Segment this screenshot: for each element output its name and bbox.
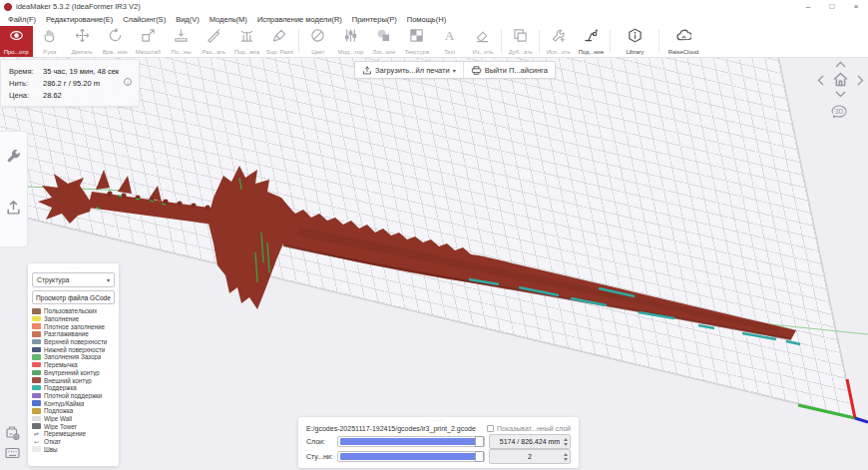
boolean-icon (376, 28, 391, 47)
toolbar-preview-button[interactable]: Про...отр (0, 26, 33, 57)
menu-item[interactable]: Редактирование(E) (41, 13, 118, 26)
nav-left-icon[interactable] (817, 74, 824, 87)
svg-text:A: A (445, 28, 455, 43)
print-info-panel: Время:35 час, 19 мин, 48 сек Нить:286.2 … (0, 59, 140, 107)
sword-model (38, 166, 800, 344)
home-icon[interactable] (831, 70, 850, 89)
panel-drag-handle[interactable]: ····· (32, 265, 115, 270)
app-icon (4, 3, 12, 11)
rotate-3d-icon[interactable]: 3D (828, 101, 850, 121)
slider-handle[interactable] (475, 451, 484, 462)
upload-print-file-button[interactable]: Загрузить...йл печати ▾ (355, 62, 463, 78)
library-icon (628, 28, 643, 47)
steps-slider[interactable] (337, 451, 485, 462)
slider-handle[interactable] (475, 436, 484, 447)
svg-text:3D: 3D (835, 108, 844, 115)
legend-item-label: Wipe Wall (44, 415, 72, 422)
menu-item[interactable]: Файл(F) (3, 13, 41, 26)
maximize-button[interactable]: □ (820, 0, 844, 13)
exit-slicing-preview-button[interactable]: Выйти П...айсинга (464, 62, 555, 78)
color-icon (310, 28, 325, 47)
toolbar-library-button[interactable]: Library (613, 26, 656, 57)
toolbar-item-label: Под...ние (579, 48, 605, 55)
keyboard-icon[interactable] (4, 446, 21, 460)
legend-item: Контур/Кайма (32, 399, 115, 407)
legend-item: Внешний контур (32, 376, 115, 384)
legend-item-label: Поддержка (44, 384, 77, 391)
nav-right-icon[interactable] (857, 74, 864, 87)
toolbar-divider (501, 30, 502, 53)
cut-icon (207, 28, 221, 47)
toolbar-rotate-button: Вра...ние (99, 26, 132, 57)
menu-item[interactable]: Помощь(H) (402, 13, 451, 26)
export-button[interactable] (5, 199, 22, 220)
settings-wrench-button[interactable] (5, 148, 22, 169)
legend-item-label: Заполнение (44, 315, 79, 322)
structure-dropdown[interactable]: Структура▾ (32, 272, 115, 287)
window-title: ideaMaker 5.3.2 (IdeaFormer IR3 V2) (16, 2, 141, 11)
step-up-icon[interactable] (564, 438, 568, 441)
hand-icon (42, 28, 57, 47)
toolbar-repair-button: Исп...ить (542, 26, 575, 57)
toolbar-connect-button[interactable]: Под...ние (575, 26, 608, 57)
legend-color-swatch (32, 400, 41, 406)
steps-label: Сту...ни: (306, 453, 333, 460)
legend-color-swatch (32, 377, 41, 383)
layers-slider[interactable] (337, 436, 485, 447)
legend-item: Заполнения Зазора (32, 353, 115, 361)
legend-item: Плотное заполнение (32, 322, 115, 330)
legend-color-swatch (32, 370, 41, 376)
legend-item-label: Заполнения Зазора (44, 353, 101, 360)
viewport-3d[interactable]: Время:35 час, 19 мин, 48 сек Нить:286.2 … (0, 58, 868, 470)
legend-item: Wipe Wall (32, 415, 115, 423)
show-single-layer-checkbox[interactable]: Показыват...нный слой (487, 425, 571, 432)
stepper-buttons[interactable] (564, 450, 568, 463)
legend-color-swatch (32, 385, 41, 391)
menu-item[interactable]: Слайсинг(S) (118, 13, 171, 26)
layers-value[interactable]: 5174 / 826.424 mm (489, 434, 571, 449)
toolbar-hand-button: Рука (33, 26, 66, 57)
close-button[interactable]: × (844, 0, 868, 13)
duplicate-icon (513, 28, 528, 47)
title-bar: ideaMaker 5.3.2 (IdeaFormer IR3 V2) – □ … (0, 0, 868, 13)
legend-item-label: Верхней поверхности (44, 338, 107, 345)
legend-item: Швы (32, 445, 115, 453)
nav-up-icon[interactable] (834, 61, 847, 68)
checkbox-box[interactable] (487, 425, 494, 432)
step-down-icon[interactable] (564, 458, 568, 461)
legend-item: Верхней поверхности (32, 338, 115, 346)
scale-icon (141, 28, 156, 47)
toolbar-item-label: Рука (43, 48, 56, 55)
step-down-icon[interactable] (564, 443, 568, 446)
support-paint-icon (272, 28, 287, 47)
wrench-icon (5, 148, 22, 165)
toolbar-raisecloud-button[interactable]: RaiseCloud (661, 26, 705, 57)
legend-color-swatch (32, 339, 41, 345)
info-icon[interactable]: i (124, 78, 132, 86)
toolbar-item-label: Цвет (311, 48, 324, 55)
menu-item[interactable]: Модель(M) (205, 13, 252, 26)
nav-down-icon[interactable] (834, 91, 847, 98)
toolbar-item-label: Текстура (404, 48, 428, 55)
legend-color-swatch (32, 446, 41, 452)
printer-icon (471, 65, 482, 76)
step-up-icon[interactable] (564, 453, 568, 456)
toolbar-boolean-button: Лог...кие (367, 26, 400, 57)
printer-settings-icon[interactable] (4, 425, 21, 441)
steps-value[interactable]: 2 (489, 449, 571, 464)
remove-icon (475, 28, 490, 47)
minimize-button[interactable]: – (796, 0, 820, 13)
modifier-icon (343, 28, 358, 47)
legend-list: ПользовательскихЗаполнениеПлотное заполн… (32, 307, 115, 453)
menu-item[interactable]: Принтеры(P) (347, 13, 402, 26)
menu-item[interactable]: Исправление модели(R) (252, 13, 347, 26)
toolbar-move-button: Двигать (66, 26, 99, 57)
toolbar-cut-button: Раз...ать (198, 26, 230, 57)
toolbar-modifier-button: Мод...тор (334, 26, 367, 57)
legend-item: Заполнение (32, 315, 115, 323)
toolbar-item-label: Масштаб (136, 48, 161, 55)
axis-indicator (798, 379, 868, 422)
menu-item[interactable]: Вид(V) (171, 13, 205, 26)
time-value: 35 час, 19 мин, 48 сек (43, 67, 119, 76)
stepper-buttons[interactable] (564, 435, 568, 448)
